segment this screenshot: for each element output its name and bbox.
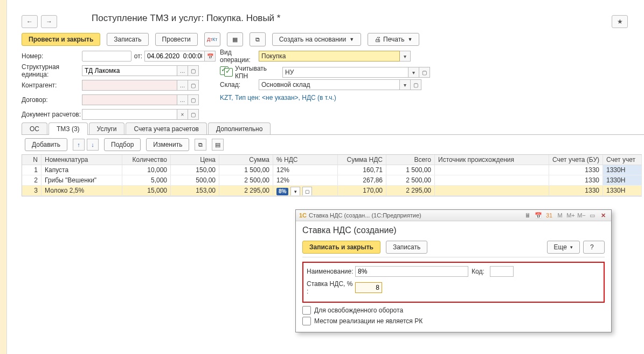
toolbar-icon-2[interactable]: ⧉ bbox=[250, 32, 266, 46]
table-toolbar: Добавить ↑ ↓ Подбор Изменить ⧉ ▤ bbox=[25, 138, 644, 151]
dialog-save-button[interactable]: Записать bbox=[386, 241, 427, 254]
tab-tmz[interactable]: ТМЗ (3) bbox=[49, 122, 88, 135]
col-header-sum[interactable]: Сумма bbox=[219, 155, 273, 165]
create-on-basis-button[interactable]: Создать на основании▼ bbox=[272, 33, 361, 46]
unit-open-button[interactable]: ▢ bbox=[188, 65, 199, 76]
tab-uslugi[interactable]: Услуги bbox=[89, 122, 125, 135]
col-header-total[interactable]: Всего bbox=[386, 155, 435, 165]
vat-rate-label: Ставка НДС, % : bbox=[307, 280, 355, 295]
copy-icon-button[interactable]: ⧉ bbox=[195, 139, 206, 151]
contract-input[interactable] bbox=[82, 94, 177, 105]
vat-cell-editor[interactable]: 8% ▾ ▢ bbox=[276, 187, 312, 195]
form-left: Номер: от: 📅 Структурная единица: … ▢ Ко… bbox=[22, 50, 216, 123]
vat-name-input[interactable] bbox=[355, 266, 468, 277]
table-row[interactable]: 3 Молоко 2,5% 15,000 153,00 2 295,00 8% … bbox=[22, 186, 642, 196]
exempt-turnover-checkbox[interactable] bbox=[302, 306, 311, 315]
col-header-vat[interactable]: % НДС bbox=[273, 155, 338, 165]
dialog-header: Ставка НДС (создание) bbox=[302, 226, 605, 235]
kpn-select[interactable]: НУ bbox=[282, 67, 408, 78]
unit-input[interactable] bbox=[82, 65, 177, 76]
vat-code-label: Код: bbox=[472, 268, 490, 275]
post-and-close-button[interactable]: Провести и закрыть bbox=[22, 33, 100, 46]
nav-fwd-button[interactable]: → bbox=[41, 15, 57, 28]
save-button[interactable]: Записать bbox=[107, 33, 148, 46]
warehouse-dropdown-button[interactable]: ▾ bbox=[400, 79, 411, 90]
dtkt-icon-button[interactable]: ДтКт bbox=[204, 32, 220, 46]
price-info-link[interactable]: KZT, Тип цен: <не указан>, НДС (в т.ч.) bbox=[220, 94, 336, 101]
kpn-dropdown-button[interactable]: ▾ bbox=[408, 67, 419, 78]
warehouse-open-button[interactable]: ▢ bbox=[411, 79, 421, 90]
col-header-src[interactable]: Источник происхождения bbox=[435, 155, 549, 165]
kpn-checkbox-icon[interactable] bbox=[224, 68, 233, 77]
post-button[interactable]: Провести bbox=[155, 33, 198, 46]
titlebar-icon-cal[interactable]: 📅 bbox=[534, 211, 543, 220]
non-rk-label: Местом реализации не является РК bbox=[314, 317, 423, 325]
change-button[interactable]: Изменить bbox=[146, 138, 189, 151]
vat-name-label: Наименование: bbox=[307, 268, 355, 275]
settlement-doc-clear-button[interactable]: × bbox=[177, 109, 188, 120]
titlebar-icon-calc[interactable]: 🖩 bbox=[523, 211, 532, 220]
vat-rate-dialog: 1С Ставка НДС (создан... (1С:Предприятие… bbox=[295, 209, 612, 332]
settlement-doc-input[interactable] bbox=[82, 109, 177, 120]
warehouse-label: Склад: bbox=[220, 81, 259, 88]
move-down-button[interactable]: ↓ bbox=[87, 139, 99, 151]
dialog-close-button[interactable]: ✕ bbox=[598, 211, 608, 220]
warehouse-select[interactable]: Основной склад bbox=[259, 79, 400, 90]
print-button[interactable]: 🖨Печать▼ bbox=[368, 33, 419, 46]
titlebar-minmax[interactable]: ▭ bbox=[587, 211, 597, 220]
number-label: Номер: bbox=[22, 52, 82, 60]
table-row[interactable]: 1 Капуста 10,000 150,00 1 500,00 12% 160… bbox=[22, 165, 642, 175]
tab-os[interactable]: ОС bbox=[22, 122, 47, 135]
unit-select-button[interactable]: … bbox=[177, 65, 188, 76]
titlebar-m[interactable]: M bbox=[555, 211, 565, 220]
vat-dropdown-button[interactable]: ▾ bbox=[290, 187, 300, 195]
date-input[interactable] bbox=[144, 51, 205, 62]
add-row-button[interactable]: Добавить bbox=[25, 138, 67, 151]
titlebar-mminus[interactable]: M− bbox=[577, 211, 586, 220]
tab-panel: Добавить ↑ ↓ Подбор Изменить ⧉ ▤ N Номен… bbox=[22, 134, 644, 196]
settlement-doc-open-button[interactable]: ▢ bbox=[188, 109, 199, 120]
left-yellow-strip bbox=[0, 0, 7, 354]
non-rk-checkbox[interactable] bbox=[302, 317, 311, 325]
toolbar-icon-1[interactable]: ▦ bbox=[227, 32, 243, 46]
nav-star-button[interactable]: ★ bbox=[612, 15, 628, 28]
data-table: N Номенклатура Количество Цена Сумма % Н… bbox=[22, 154, 642, 196]
calendar-icon-button[interactable]: 📅 bbox=[205, 51, 216, 62]
col-header-vsum[interactable]: Сумма НДС bbox=[338, 155, 386, 165]
col-header-acc[interactable]: Счет учета (БУ) bbox=[549, 155, 603, 165]
kpn-open-button[interactable]: ▢ bbox=[419, 67, 430, 78]
optype-select[interactable]: Покупка bbox=[259, 51, 400, 62]
tab-accounts[interactable]: Счета учета расчетов bbox=[126, 122, 206, 135]
vat-rate-input[interactable] bbox=[355, 282, 382, 293]
move-up-button[interactable]: ↑ bbox=[73, 139, 85, 151]
dialog-titlebar[interactable]: 1С Ставка НДС (создан... (1С:Предприятие… bbox=[296, 210, 611, 221]
contragent-open-button[interactable]: ▢ bbox=[188, 80, 199, 91]
table-row[interactable]: 2 Грибы "Вешенки" 5,000 500,00 2 500,00 … bbox=[22, 175, 642, 186]
col-header-price[interactable]: Цена bbox=[171, 155, 219, 165]
contragent-select-button[interactable]: … bbox=[177, 80, 188, 91]
paste-icon-button[interactable]: ▤ bbox=[212, 139, 224, 151]
titlebar-mplus[interactable]: M+ bbox=[566, 211, 576, 220]
tab-extra[interactable]: Дополнительно bbox=[208, 122, 271, 135]
dialog-help-button[interactable]: ? bbox=[583, 241, 605, 254]
titlebar-icon-date[interactable]: 31 bbox=[544, 211, 554, 220]
col-header-n[interactable]: N bbox=[22, 155, 41, 165]
vat-chip: 8% bbox=[276, 188, 288, 195]
col-header-nom[interactable]: Номенклатура bbox=[41, 155, 122, 165]
vat-open-button[interactable]: ▢ bbox=[302, 187, 312, 195]
contract-select-button[interactable]: … bbox=[177, 94, 188, 105]
dialog-save-close-button[interactable]: Записать и закрыть bbox=[302, 241, 380, 254]
col-header-acc2[interactable]: Счет учет bbox=[603, 155, 642, 165]
printer-icon: 🖨 bbox=[375, 36, 381, 43]
vat-code-input[interactable] bbox=[490, 266, 514, 277]
contragent-input[interactable] bbox=[82, 80, 177, 91]
dialog-more-button[interactable]: Еще▾ bbox=[547, 241, 580, 254]
optype-dropdown-button[interactable]: ▾ bbox=[400, 51, 411, 62]
number-input[interactable] bbox=[82, 51, 131, 62]
select-button[interactable]: Подбор bbox=[104, 138, 141, 151]
nav-back-button[interactable]: ← bbox=[22, 15, 38, 28]
col-header-qty[interactable]: Количество bbox=[122, 155, 171, 165]
contragent-label: Контрагент: bbox=[22, 81, 82, 89]
nav-row: ← → bbox=[22, 15, 60, 28]
contract-open-button[interactable]: ▢ bbox=[188, 94, 199, 105]
